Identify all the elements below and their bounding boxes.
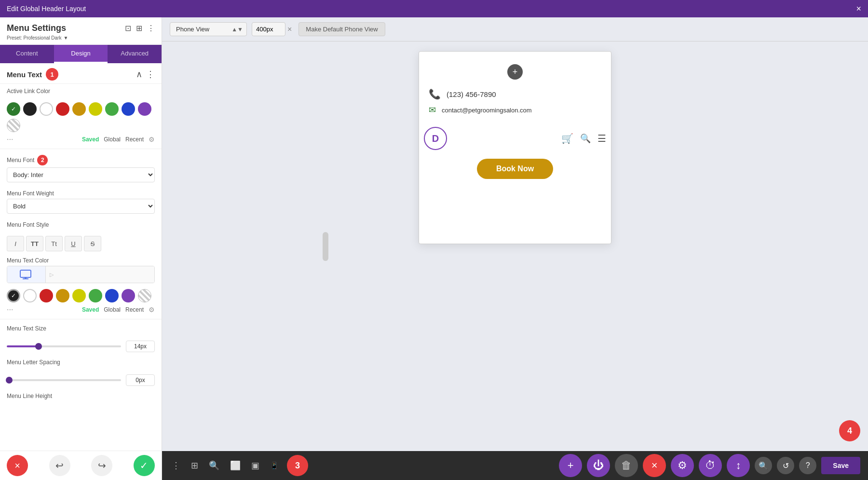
trash-button[interactable]: 🗑 bbox=[615, 454, 638, 477]
capitalize-btn[interactable]: Tt bbox=[45, 236, 63, 251]
book-now-button[interactable]: Book Now bbox=[477, 159, 553, 179]
text-color-swatch-white[interactable] bbox=[23, 289, 37, 302]
text-color-global-label: Global bbox=[104, 306, 121, 313]
panel-footer: × ↩ ↪ ✓ bbox=[0, 451, 162, 480]
history-button[interactable]: ⏱ bbox=[699, 454, 722, 477]
menu-font-select[interactable]: Body: Inter bbox=[7, 167, 155, 182]
title-bar-text: Edit Global Header Layout bbox=[7, 5, 86, 13]
confirm-button[interactable]: ✓ bbox=[134, 455, 155, 476]
help-refresh-icon[interactable]: ↺ bbox=[777, 457, 794, 474]
menu-font-label: Menu Font 2 bbox=[7, 155, 155, 165]
more-options-button[interactable]: ⋮ bbox=[146, 69, 155, 80]
canvas-topbar: Phone View ▲▼ × Make Default Phone View bbox=[162, 17, 868, 41]
toolbar-phone-icon[interactable]: 📱 bbox=[268, 460, 280, 471]
text-color-field-input[interactable]: ▷ bbox=[7, 266, 155, 283]
text-color-swatch-blue[interactable] bbox=[105, 289, 119, 302]
toolbar-search-icon[interactable]: 🔍 bbox=[207, 458, 221, 473]
menu-line-height-field: Menu Line Height bbox=[0, 389, 162, 405]
power-button[interactable]: ⏻ bbox=[587, 454, 610, 477]
menu-letter-spacing-field: Menu Letter Spacing bbox=[0, 355, 162, 371]
toolbar-tablet-icon[interactable]: ▣ bbox=[249, 458, 261, 473]
collapse-button[interactable]: ∧ bbox=[136, 69, 142, 80]
color-swatch-gold[interactable] bbox=[72, 102, 86, 116]
menu-text-size-slider-row bbox=[0, 338, 162, 355]
cancel-button[interactable]: × bbox=[7, 455, 28, 476]
color-swatch-black[interactable] bbox=[23, 102, 37, 116]
menu-text-size-input[interactable] bbox=[126, 341, 155, 352]
email-row: ✉ contact@petgroomingsalon.com bbox=[429, 105, 601, 115]
add-section-button[interactable]: + bbox=[559, 454, 582, 477]
panel-header-icons: ⊡ ⊞ ⋮ bbox=[125, 24, 155, 33]
text-color-swatch-purple[interactable] bbox=[122, 289, 135, 302]
text-color-swatch-striped[interactable] bbox=[138, 289, 151, 302]
text-color-swatch-black-selected[interactable] bbox=[7, 289, 20, 302]
add-content-button[interactable]: + bbox=[507, 64, 523, 80]
tab-design[interactable]: Design bbox=[54, 45, 108, 63]
color-swatch-striped[interactable] bbox=[7, 119, 20, 132]
color-swatch-yellow[interactable] bbox=[89, 102, 102, 116]
active-link-saved-row: ··· Saved Global Recent ⚙ bbox=[0, 134, 162, 147]
make-default-phone-view-button[interactable]: Make Default Phone View bbox=[298, 22, 385, 36]
tab-content[interactable]: Content bbox=[0, 45, 54, 63]
color-swatch-blue[interactable] bbox=[122, 102, 135, 116]
view-select[interactable]: Phone View bbox=[170, 22, 247, 36]
phone-nav-row: D 🛒 🔍 ☰ bbox=[419, 127, 611, 155]
menu-font-style-field: Menu Font Style bbox=[0, 218, 162, 234]
text-color-swatch-gold[interactable] bbox=[56, 289, 69, 302]
help-search-icon[interactable]: 🔍 bbox=[755, 457, 772, 474]
letter-spacing-input[interactable] bbox=[126, 374, 155, 386]
phone-frame: + 📞 (123) 456-7890 ✉ contact@petgrooming… bbox=[419, 51, 611, 244]
strikethrough-btn[interactable]: S bbox=[84, 236, 101, 251]
text-color-swatch-green[interactable] bbox=[89, 289, 102, 302]
uppercase-btn[interactable]: TT bbox=[26, 236, 43, 251]
more-dots-button[interactable]: ··· bbox=[7, 135, 13, 144]
focus-icon[interactable]: ⊡ bbox=[125, 24, 131, 33]
text-color-dots-button[interactable]: ··· bbox=[7, 305, 13, 314]
badge-2: 2 bbox=[37, 155, 48, 165]
expand-icon[interactable]: ⊞ bbox=[136, 24, 142, 33]
text-color-left bbox=[7, 266, 46, 283]
text-color-settings-button[interactable]: ⚙ bbox=[149, 306, 155, 314]
menu-font-weight-select[interactable]: Bold bbox=[7, 199, 155, 214]
panel-content: Menu Text 1 ∧ ⋮ Active Link Color bbox=[0, 63, 162, 451]
toolbar-desktop-icon[interactable]: ⬜ bbox=[228, 458, 243, 473]
panel-title: Menu Settings bbox=[7, 23, 66, 33]
undo-button[interactable]: ↩ bbox=[49, 455, 70, 476]
redo-button[interactable]: ↪ bbox=[91, 455, 112, 476]
width-input[interactable] bbox=[252, 22, 285, 36]
toolbar-more-icon[interactable]: ⋮ bbox=[170, 458, 182, 473]
menu-letter-spacing-slider-row bbox=[0, 371, 162, 389]
toolbar-grid-icon[interactable]: ⊞ bbox=[189, 458, 200, 473]
color-swatch-red[interactable] bbox=[56, 102, 69, 116]
settings-icon-button[interactable]: ⚙ bbox=[149, 136, 155, 143]
menu-text-section-header: Menu Text 1 ∧ ⋮ bbox=[0, 63, 162, 84]
text-color-swatch-red[interactable] bbox=[40, 289, 53, 302]
tab-advanced[interactable]: Advanced bbox=[108, 45, 162, 63]
hamburger-menu-icon[interactable]: ☰ bbox=[597, 133, 606, 144]
search-icon[interactable]: 🔍 bbox=[580, 133, 591, 144]
drag-handle-left[interactable] bbox=[323, 232, 328, 261]
global-label: Global bbox=[104, 136, 121, 143]
italic-btn[interactable]: I bbox=[7, 236, 24, 251]
more-options-icon[interactable]: ⋮ bbox=[147, 24, 155, 33]
help-question-icon[interactable]: ? bbox=[799, 457, 816, 474]
settings-action-button[interactable]: ⚙ bbox=[671, 454, 694, 477]
remove-button[interactable]: × bbox=[643, 454, 666, 477]
cart-icon[interactable]: 🛒 bbox=[561, 133, 573, 144]
close-button[interactable]: × bbox=[856, 4, 861, 13]
underline-btn[interactable]: U bbox=[65, 236, 82, 251]
main-canvas: Phone View ▲▼ × Make Default Phone View … bbox=[162, 17, 868, 480]
text-color-swatch-yellow[interactable] bbox=[72, 289, 86, 302]
menu-text-size-thumb[interactable] bbox=[35, 343, 42, 350]
color-swatch-purple[interactable] bbox=[138, 102, 151, 116]
save-button[interactable]: Save bbox=[821, 457, 860, 474]
color-swatch-green[interactable] bbox=[105, 102, 119, 116]
active-link-color-label: Active Link Color bbox=[7, 88, 155, 95]
preset-row[interactable]: Preset: Professional Dark ▼ bbox=[7, 35, 155, 41]
letter-spacing-thumb[interactable] bbox=[6, 377, 13, 384]
color-swatch-white[interactable] bbox=[40, 102, 53, 116]
text-color-preview[interactable]: ▷ bbox=[46, 266, 154, 283]
color-swatch-green-dark[interactable] bbox=[7, 102, 20, 116]
width-clear-button[interactable]: × bbox=[287, 25, 292, 34]
move-button[interactable]: ↕ bbox=[727, 454, 750, 477]
